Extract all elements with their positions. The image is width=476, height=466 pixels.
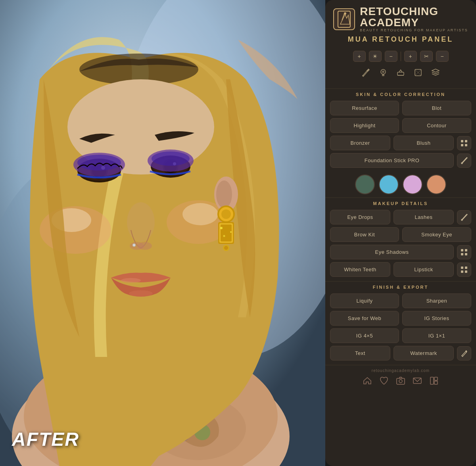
text-watermark-row: Text Watermark — [330, 346, 471, 361]
tools-icon-row — [331, 64, 470, 84]
btn-minus1[interactable]: − — [385, 51, 397, 62]
btn-scissors[interactable]: ✂ — [420, 51, 433, 62]
svg-point-19 — [77, 155, 121, 171]
heart-footer-icon[interactable] — [379, 376, 389, 388]
footer-icons — [329, 376, 472, 388]
lipstick-button[interactable]: Lipstick — [393, 262, 454, 277]
skin-color-section-header: SKIN & COLOR CORRECTION — [325, 88, 476, 99]
svg-point-32 — [121, 278, 141, 283]
svg-point-31 — [133, 244, 135, 246]
logo-area: RETOUCHING ACADEMY Beauty Retouching for… — [331, 6, 470, 32]
ig-1x1-button[interactable]: IG 1×1 — [402, 328, 471, 343]
svg-point-33 — [129, 290, 153, 297]
btn-plus1[interactable]: + — [353, 51, 366, 62]
foundation-stick-pro-button[interactable]: Foundation Stick PRO — [330, 153, 454, 168]
sharpen-button[interactable]: Sharpen — [402, 293, 471, 308]
swatch-peach[interactable] — [426, 175, 446, 194]
btn-minus2[interactable]: − — [436, 51, 449, 62]
grid-icon-blush[interactable] — [457, 136, 471, 150]
svg-rect-66 — [461, 249, 463, 251]
eraser-tool-icon[interactable] — [395, 67, 407, 81]
foundation-row: Foundation Stick PRO — [330, 153, 471, 168]
after-label: AFTER — [12, 428, 79, 450]
grid-icon-lipstick[interactable] — [457, 263, 471, 277]
home-footer-icon[interactable] — [363, 376, 372, 388]
patch-tool-icon[interactable] — [412, 67, 424, 81]
makeup-details-buttons: Eye Drops Lashes Brow Kit Smokey Eye Eye… — [325, 208, 476, 281]
svg-rect-56 — [382, 74, 384, 76]
ig-stories-button[interactable]: IG Stories — [402, 311, 471, 326]
grid-icon-eye-shadows[interactable] — [457, 245, 471, 259]
highlight-button[interactable]: Highlight — [330, 118, 399, 133]
toolbar-row: + ☀ − + ✂ − — [331, 48, 470, 64]
watermark-button[interactable]: Watermark — [393, 346, 454, 361]
photo-area: AFTER — [0, 0, 325, 466]
camera-footer-icon[interactable] — [396, 376, 405, 388]
logo-title-line1: RETOUCHING — [360, 6, 468, 17]
svg-point-42 — [221, 209, 231, 219]
ig-4x5-button[interactable]: IG 4×5 — [330, 328, 399, 343]
eye-shadows-button[interactable]: Eye Shadows — [330, 245, 454, 259]
svg-rect-68 — [461, 253, 463, 255]
brush-icon-lashes[interactable] — [457, 210, 471, 224]
blush-button[interactable]: Blush — [393, 136, 454, 150]
lashes-button[interactable]: Lashes — [393, 210, 454, 224]
panel-header: RETOUCHING ACADEMY Beauty Retouching for… — [325, 0, 476, 88]
svg-rect-78 — [430, 377, 434, 384]
blot-button[interactable]: Blot — [402, 101, 471, 115]
highlight-contour-row: Highlight Contour — [330, 118, 471, 133]
svg-rect-45 — [221, 224, 232, 242]
logo-title-line2: ACADEMY — [360, 17, 468, 28]
svg-point-46 — [220, 227, 223, 229]
smokey-eye-button[interactable]: Smokey Eye — [402, 227, 471, 242]
liquify-button[interactable]: Liquify — [330, 293, 399, 308]
eye-drops-lashes-row: Eye Drops Lashes — [330, 210, 471, 224]
svg-rect-70 — [461, 267, 463, 269]
ig4x5-ig1x1-row: IG 4×5 IG 1×1 — [330, 328, 471, 343]
svg-point-47 — [230, 231, 232, 233]
btn-plus2[interactable]: + — [404, 51, 417, 62]
save-for-web-button[interactable]: Save for Web — [330, 311, 399, 326]
pencil-icon-watermark[interactable] — [457, 346, 471, 361]
svg-point-50 — [224, 246, 228, 250]
swatch-pink[interactable] — [403, 175, 422, 194]
brush-icon-foundation[interactable] — [457, 153, 471, 168]
svg-point-55 — [382, 71, 384, 73]
text-button[interactable]: Text — [330, 346, 390, 361]
swatch-blue[interactable] — [379, 175, 399, 194]
svg-point-26 — [152, 151, 190, 166]
toolbar-sep — [401, 52, 401, 61]
svg-rect-61 — [465, 140, 467, 142]
logo-text-block: RETOUCHING ACADEMY Beauty Retouching for… — [360, 6, 468, 32]
brush-tool-icon[interactable] — [360, 67, 372, 81]
resurface-button[interactable]: Resurface — [330, 101, 399, 115]
svg-point-65 — [461, 219, 463, 221]
btn-sun[interactable]: ☀ — [369, 51, 382, 62]
swatch-green[interactable] — [355, 175, 375, 194]
svg-point-53 — [362, 75, 364, 77]
makeup-details-section-header: MAKEUP DETAILS — [325, 198, 476, 208]
svg-rect-67 — [465, 249, 467, 251]
finish-export-section-header: FINISH & EXPORT — [325, 281, 476, 292]
resurface-blot-row: Resurface Blot — [330, 101, 471, 115]
layers-tool-icon[interactable] — [430, 67, 441, 81]
contour-button[interactable]: Contour — [402, 118, 471, 133]
eye-drops-button[interactable]: Eye Drops — [330, 210, 390, 224]
brow-kit-button[interactable]: Brow Kit — [330, 227, 399, 242]
svg-rect-69 — [465, 253, 467, 255]
bronzer-button[interactable]: Bronzer — [330, 136, 390, 150]
svg-rect-72 — [461, 270, 463, 273]
brow-smokey-row: Brow Kit Smokey Eye — [330, 227, 471, 242]
share-footer-icon[interactable] — [429, 376, 439, 388]
save-igstories-row: Save for Web IG Stories — [330, 311, 471, 326]
liquify-sharpen-row: Liquify Sharpen — [330, 293, 471, 308]
svg-point-39 — [216, 180, 232, 208]
stamp-tool-icon[interactable] — [377, 67, 389, 81]
whiten-teeth-button[interactable]: Whiten Teeth — [330, 262, 390, 277]
svg-point-29 — [138, 242, 152, 250]
svg-rect-60 — [461, 140, 463, 142]
svg-rect-73 — [465, 270, 467, 273]
mua-panel: RETOUCHING ACADEMY Beauty Retouching for… — [325, 0, 476, 466]
mail-footer-icon[interactable] — [413, 376, 422, 388]
bronzer-blush-row: Bronzer Blush — [330, 136, 471, 150]
